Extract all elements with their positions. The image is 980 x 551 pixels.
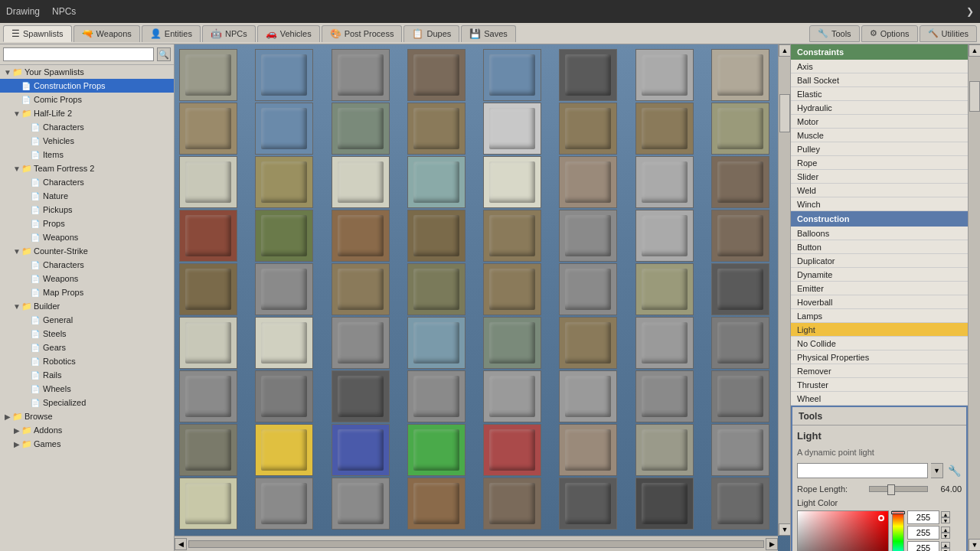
vscroll-up[interactable]: ▲ — [779, 44, 790, 57]
grid-item-1-1[interactable] — [255, 103, 313, 155]
constraint-pulley[interactable]: Pulley — [791, 142, 968, 156]
tree-item-half-life-2[interactable]: ▼📁Half-Life 2 — [0, 106, 174, 120]
construction-thruster[interactable]: Thruster — [791, 378, 968, 392]
grid-item-0-0[interactable] — [179, 49, 237, 101]
rgb-g-down[interactable]: ▼ — [941, 533, 950, 539]
grid-item-6-5[interactable] — [559, 370, 617, 422]
grid-item-8-3[interactable] — [407, 478, 466, 530]
rope-length-slider[interactable] — [869, 486, 928, 492]
menu-npcs[interactable]: NPCs — [52, 6, 76, 17]
grid-item-0-3[interactable] — [407, 49, 466, 101]
grid-area[interactable] — [178, 47, 787, 533]
grid-item-6-4[interactable] — [483, 370, 541, 422]
constraint-hydraulic[interactable]: Hydraulic — [791, 101, 968, 115]
grid-item-5-3[interactable] — [407, 317, 466, 369]
grid-item-8-2[interactable] — [332, 478, 390, 530]
search-button[interactable]: 🔍 — [157, 47, 171, 61]
grid-item-4-1[interactable] — [255, 263, 313, 315]
dropdown-box[interactable] — [797, 463, 928, 478]
grid-item-3-4[interactable] — [483, 210, 541, 262]
constraint-slider[interactable]: Slider — [791, 170, 968, 184]
grid-item-8-5[interactable] — [559, 478, 617, 530]
construction-light[interactable]: Light — [791, 323, 968, 337]
dropdown-arrow[interactable]: ▼ — [931, 463, 943, 478]
tab-dupes[interactable]: 📋 Dupes — [403, 25, 459, 42]
tab-spawnlists[interactable]: ☰ Spawnlists — [3, 25, 72, 42]
grid-item-8-7[interactable] — [711, 478, 769, 530]
grid-item-2-3[interactable] — [407, 156, 466, 208]
grid-item-3-0[interactable] — [179, 210, 237, 262]
grid-item-4-3[interactable] — [407, 263, 466, 315]
grid-item-7-0[interactable] — [179, 424, 237, 476]
tree-item-builder-steels[interactable]: 📄Steels — [0, 327, 174, 341]
constraint-axis[interactable]: Axis — [791, 60, 968, 73]
tab-postprocess[interactable]: 🎨 Post Process — [322, 25, 403, 42]
rgb-b-up[interactable]: ▲ — [941, 542, 950, 548]
grid-item-6-3[interactable] — [407, 370, 466, 422]
tree-item-cs-weapons[interactable]: 📄Weapons — [0, 272, 174, 285]
rgb-b-down[interactable]: ▼ — [941, 548, 950, 551]
grid-item-5-1[interactable] — [255, 317, 313, 369]
grid-item-6-6[interactable] — [635, 370, 694, 422]
grid-item-7-6[interactable] — [635, 424, 694, 476]
construction-physical-properties[interactable]: Physical Properties — [791, 350, 968, 364]
tree-item-games[interactable]: ▶📁Games — [0, 437, 174, 451]
grid-item-2-2[interactable] — [332, 156, 390, 208]
construction-lamps[interactable]: Lamps — [791, 309, 968, 323]
tree-item-builder-robotics[interactable]: 📄Robotics — [0, 354, 174, 368]
grid-item-0-1[interactable] — [255, 49, 313, 101]
grid-item-6-0[interactable] — [179, 370, 237, 422]
grid-item-2-1[interactable] — [255, 156, 313, 208]
tab-saves[interactable]: 💾 Saves — [461, 25, 516, 42]
tree-item-your-spawnlists[interactable]: ▼📁Your Spawnlists — [0, 65, 174, 79]
grid-item-3-5[interactable] — [559, 210, 617, 262]
grid-item-3-6[interactable] — [635, 210, 694, 262]
grid-item-3-1[interactable] — [255, 210, 313, 262]
right-vscroll-up[interactable]: ▲ — [969, 44, 980, 57]
grid-item-7-5[interactable] — [559, 424, 617, 476]
tree-item-builder-general[interactable]: 📄General — [0, 313, 174, 327]
grid-item-4-2[interactable] — [332, 263, 390, 315]
rgb-r-input[interactable]: 255 — [907, 510, 939, 524]
constraint-muscle[interactable]: Muscle — [791, 129, 968, 142]
grid-item-5-6[interactable] — [635, 317, 694, 369]
rgb-r-down[interactable]: ▼ — [941, 517, 950, 523]
grid-item-8-4[interactable] — [483, 478, 541, 530]
grid-item-2-4[interactable] — [483, 156, 541, 208]
construction-hoverball[interactable]: Hoverball — [791, 295, 968, 309]
tab-npcs[interactable]: 🤖 NPCs — [202, 25, 256, 42]
tree-item-builder-gears[interactable]: 📄Gears — [0, 341, 174, 354]
grid-item-5-0[interactable] — [179, 317, 237, 369]
hue-bar[interactable] — [892, 510, 904, 551]
grid-item-1-5[interactable] — [559, 103, 617, 155]
tree-item-cs-map-props[interactable]: 📄Map Props — [0, 285, 174, 299]
vscroll-thumb[interactable] — [779, 94, 790, 132]
grid-item-2-7[interactable] — [711, 156, 769, 208]
tree-item-browse[interactable]: ▶📁Browse — [0, 409, 174, 423]
construction-button[interactable]: Button — [791, 240, 968, 254]
grid-item-8-6[interactable] — [635, 478, 694, 530]
center-hscroll[interactable]: ◀ ▶ — [175, 536, 778, 551]
tree-item-counter-strike[interactable]: ▼📁Counter-Strike — [0, 244, 174, 258]
construction-emitter[interactable]: Emitter — [791, 282, 968, 295]
hscroll-left[interactable]: ◀ — [175, 538, 187, 550]
grid-item-3-3[interactable] — [407, 210, 466, 262]
title-arrow[interactable]: ❯ — [966, 6, 974, 17]
tree-item-tf2-weapons[interactable]: 📄Weapons — [0, 230, 174, 244]
tree-item-builder-specialized[interactable]: 📄Specialized — [0, 396, 174, 409]
tree-item-tf2-nature[interactable]: 📄Nature — [0, 189, 174, 203]
rgb-g-up[interactable]: ▲ — [941, 527, 950, 533]
tab-weapons[interactable]: 🔫 Weapons — [74, 25, 140, 42]
tree-item-tf2-props[interactable]: 📄Props — [0, 217, 174, 230]
tree-item-tf2-pickups[interactable]: 📄Pickups — [0, 203, 174, 217]
grid-item-4-4[interactable] — [483, 263, 541, 315]
center-vscroll[interactable]: ▲ ▼ — [778, 44, 790, 536]
vscroll-down[interactable]: ▼ — [779, 523, 790, 536]
grid-item-1-2[interactable] — [332, 103, 390, 155]
grid-item-5-5[interactable] — [559, 317, 617, 369]
grid-item-2-5[interactable] — [559, 156, 617, 208]
grid-item-0-7[interactable] — [711, 49, 769, 101]
tree-item-comic-props[interactable]: 📄Comic Props — [0, 93, 174, 106]
tab-tools[interactable]: 🔧 Tools — [809, 25, 860, 42]
wrench-button[interactable]: 🔧 — [946, 463, 962, 478]
